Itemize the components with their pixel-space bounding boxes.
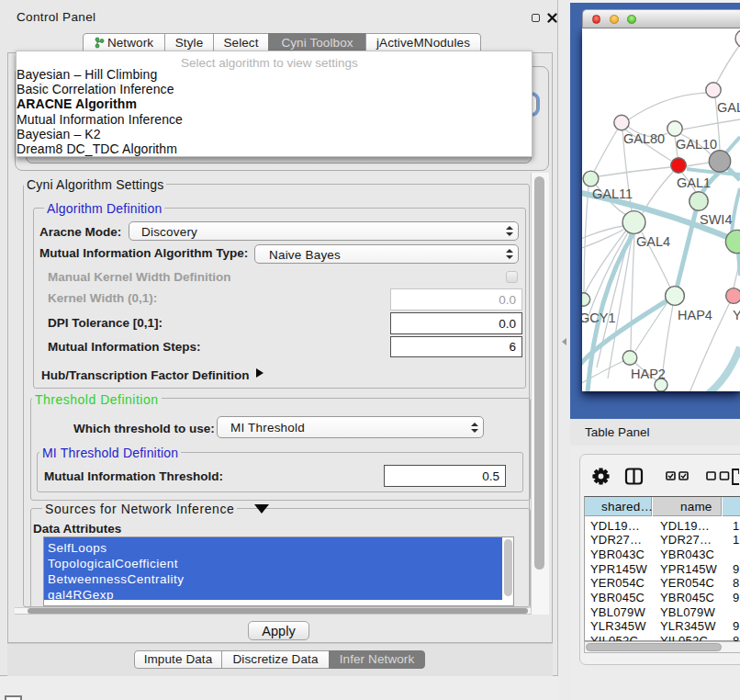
svg-text:GAL80: GAL80 [623, 131, 665, 146]
svg-text:GAL4: GAL4 [636, 234, 670, 249]
svg-text:SWI4: SWI4 [700, 212, 732, 227]
svg-text:GAL10: GAL10 [676, 137, 717, 152]
svg-text:GCY1: GCY1 [582, 310, 616, 325]
svg-text:GAL7: GAL7 [717, 100, 740, 115]
svg-text:GAL1: GAL1 [677, 175, 711, 190]
svg-text:GAL11: GAL11 [592, 186, 633, 201]
svg-text:Y: Y [733, 308, 740, 322]
svg-text:HAP2: HAP2 [631, 367, 666, 381]
svg-text:HAP4: HAP4 [678, 308, 712, 322]
